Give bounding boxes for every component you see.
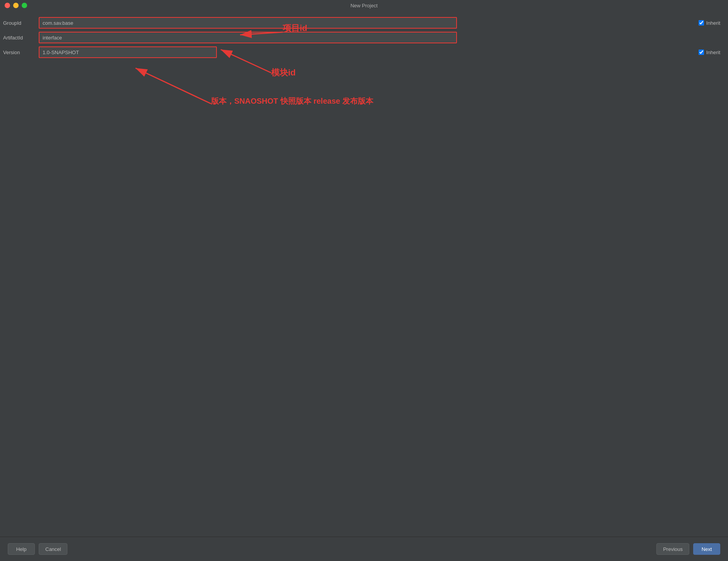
minimize-button[interactable] xyxy=(13,3,19,8)
svg-line-3 xyxy=(136,68,211,104)
window-controls[interactable] xyxy=(5,3,27,8)
version-field-wrapper xyxy=(39,46,699,58)
module-id-annotation: 模块id xyxy=(271,67,296,79)
groupid-row: GroupId Inherit xyxy=(0,15,728,30)
help-button[interactable]: Help xyxy=(8,543,35,555)
form-area: GroupId Inherit ArtifactId xyxy=(0,11,728,537)
window-title: New Project xyxy=(350,3,378,9)
footer-left: Help Cancel xyxy=(8,543,67,555)
next-button[interactable]: Next xyxy=(693,543,720,555)
artifactid-row: ArtifactId xyxy=(0,30,728,45)
maximize-button[interactable] xyxy=(22,3,27,8)
version-inherit-label: Inherit xyxy=(706,50,720,55)
groupid-inherit-label: Inherit xyxy=(706,20,720,26)
previous-button[interactable]: Previous xyxy=(656,543,689,555)
version-row: Version Inherit xyxy=(0,45,728,60)
groupid-field-wrapper xyxy=(39,17,699,29)
groupid-inherit[interactable]: Inherit xyxy=(699,20,728,26)
annotation-labels: 项目id 模块id 版本，SNAOSHOT 快照版本 release 发布版本 xyxy=(0,11,728,537)
groupid-label: GroupId xyxy=(0,20,39,26)
close-button[interactable] xyxy=(5,3,10,8)
version-inherit[interactable]: Inherit xyxy=(699,50,728,55)
title-bar: New Project xyxy=(0,0,728,11)
version-label: Version xyxy=(0,50,39,55)
artifactid-field-wrapper xyxy=(39,32,682,43)
artifactid-input[interactable] xyxy=(39,32,457,43)
dialog-content: GroupId Inherit ArtifactId xyxy=(0,11,728,561)
annotations-svg xyxy=(0,11,728,537)
version-annotation: 版本，SNAOSHOT 快照版本 release 发布版本 xyxy=(211,96,373,106)
groupid-input[interactable] xyxy=(39,17,457,29)
version-inherit-checkbox[interactable] xyxy=(699,50,704,55)
footer: Help Cancel Previous Next xyxy=(0,537,728,561)
artifactid-label: ArtifactId xyxy=(0,35,39,41)
version-input[interactable] xyxy=(39,46,217,58)
footer-right: Previous Next xyxy=(656,543,720,555)
groupid-inherit-checkbox[interactable] xyxy=(699,20,704,26)
cancel-button[interactable]: Cancel xyxy=(39,543,67,555)
